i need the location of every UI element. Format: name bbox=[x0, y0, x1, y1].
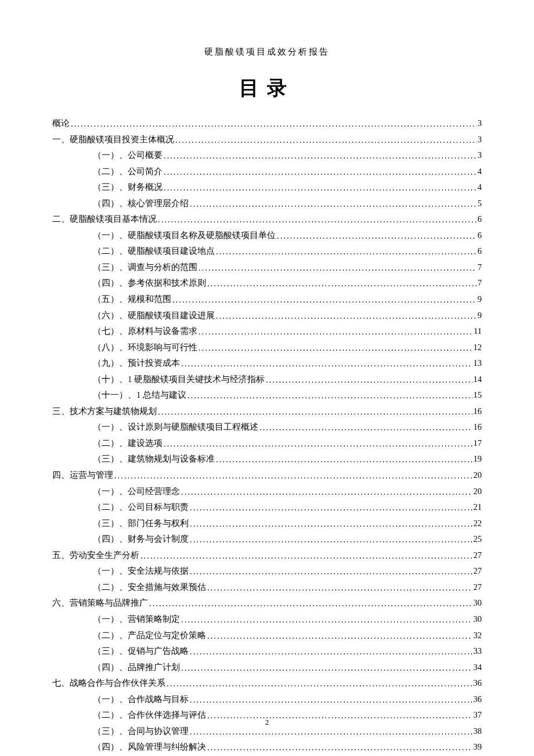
toc-entry[interactable]: （四）、参考依据和技术原则7 bbox=[52, 275, 482, 291]
toc-entry-title: （三）、部门任务与权利 bbox=[93, 516, 189, 532]
toc-entry[interactable]: （四）、风险管理与纠纷解决39 bbox=[52, 739, 482, 755]
toc-entry-page: 7 bbox=[478, 275, 482, 291]
toc-leader-dots bbox=[164, 436, 472, 452]
toc-entry-title: （四）、参考依据和技术原则 bbox=[93, 275, 206, 291]
toc-entry[interactable]: （一）、公司经营理念20 bbox=[52, 484, 482, 500]
toc-entry[interactable]: （四）、核心管理层介绍5 bbox=[52, 196, 482, 212]
toc-entry-page: 17 bbox=[474, 435, 482, 452]
toc-entry[interactable]: （一）、硬脂酸镁项目名称及硬脂酸镁项目单位6 bbox=[52, 228, 482, 244]
toc-entry[interactable]: 四、运营与管理20 bbox=[52, 467, 482, 484]
toc-leader-dots bbox=[277, 228, 477, 244]
toc-entry-title: （五）、规模和范围 bbox=[93, 291, 171, 308]
toc-entry-page: 27 bbox=[474, 579, 482, 596]
toc-entry-page: 3 bbox=[478, 147, 482, 164]
toc-entry-page: 3 bbox=[478, 132, 482, 148]
toc-entry-title: （二）、安全措施与效果预估 bbox=[93, 579, 206, 596]
toc-entry-page: 16 bbox=[474, 419, 482, 435]
toc-entry-page: 20 bbox=[474, 467, 482, 484]
toc-entry-page: 25 bbox=[474, 531, 482, 548]
toc-entry[interactable]: 五、劳动安全生产分析27 bbox=[52, 548, 482, 564]
toc-leader-dots bbox=[207, 628, 472, 645]
toc-entry[interactable]: （二）、公司简介4 bbox=[52, 164, 482, 180]
toc-entry-title: 四、运营与管理 bbox=[52, 467, 113, 484]
toc-entry[interactable]: 六、营销策略与品牌推广30 bbox=[52, 595, 482, 611]
toc-entry-page: 14 bbox=[474, 372, 482, 388]
toc-entry[interactable]: （一）、营销策略制定30 bbox=[52, 611, 482, 628]
toc-entry[interactable]: （四）、财务与会计制度25 bbox=[52, 531, 482, 548]
toc-leader-dots bbox=[167, 676, 472, 692]
toc-entry[interactable]: 七、战略合作与合作伙伴关系36 bbox=[52, 675, 482, 692]
toc-entry[interactable]: （三）、建筑物规划与设备标准19 bbox=[52, 451, 482, 467]
toc-entry[interactable]: （四）、品牌推广计划34 bbox=[52, 660, 482, 676]
toc-entry[interactable]: 三、技术方案与建筑物规划16 bbox=[52, 404, 482, 420]
toc-entry-title: （七）、原材料与设备需求 bbox=[93, 323, 197, 340]
toc-leader-dots bbox=[207, 740, 472, 756]
toc-entry-title: （三）、建筑物规划与设备标准 bbox=[93, 451, 215, 467]
toc-entry-page: 5 bbox=[478, 196, 482, 212]
toc-entry[interactable]: 一、硬脂酸镁项目投资主体概况3 bbox=[52, 132, 482, 148]
toc-entry-page: 33 bbox=[474, 643, 482, 660]
toc-leader-dots bbox=[181, 612, 472, 628]
toc-leader-dots bbox=[164, 148, 477, 164]
toc-leader-dots bbox=[199, 324, 472, 340]
toc-entry-title: （十）、1 硬脂酸镁项目关键技术与经济指标 bbox=[93, 372, 265, 388]
toc-entry-title: （三）、调查与分析的范围 bbox=[93, 260, 197, 276]
toc-entry[interactable]: （十一）、1 总结与建议15 bbox=[52, 387, 482, 404]
toc-entry-title: （四）、核心管理层介绍 bbox=[93, 196, 189, 212]
toc-entry-title: 一、硬脂酸镁项目投资主体概况 bbox=[52, 132, 174, 148]
toc-entry-title: （九）、预计投资成本 bbox=[93, 355, 180, 372]
toc-entry[interactable]: （三）、财务概况4 bbox=[52, 179, 482, 196]
toc-entry-page: 11 bbox=[474, 323, 482, 340]
toc-leader-dots bbox=[190, 532, 472, 548]
toc-entry[interactable]: （二）、硬脂酸镁项目建设地点6 bbox=[52, 243, 482, 260]
toc-entry-title: （一）、安全法规与依据 bbox=[93, 563, 189, 579]
toc-entry[interactable]: （二）、产品定位与定价策略32 bbox=[52, 628, 482, 644]
toc-entry[interactable]: （一）、公司概要3 bbox=[52, 147, 482, 164]
toc-leader-dots bbox=[175, 132, 477, 149]
toc-entry[interactable]: （七）、原材料与设备需求11 bbox=[52, 323, 482, 340]
toc-leader-dots bbox=[158, 404, 472, 420]
toc-leader-dots bbox=[164, 180, 477, 196]
toc-entry[interactable]: （八）、环境影响与可行性12 bbox=[52, 340, 482, 356]
toc-entry-page: 6 bbox=[478, 243, 482, 260]
toc-entry[interactable]: 二、硬脂酸镁项目基本情况6 bbox=[52, 211, 482, 228]
toc-entry-title: 五、劳动安全生产分析 bbox=[52, 548, 139, 564]
toc-entry[interactable]: （二）、建设选项17 bbox=[52, 435, 482, 452]
toc-entry-title: 二、硬脂酸镁项目基本情况 bbox=[52, 211, 157, 228]
toc-entry[interactable]: （一）、设计原则与硬脂酸镁项目工程概述16 bbox=[52, 419, 482, 435]
toc-entry-title: （十一）、1 总结与建议 bbox=[93, 387, 186, 404]
toc-entry-page: 15 bbox=[474, 387, 482, 404]
toc-entry-page: 36 bbox=[474, 692, 482, 708]
toc-entry-page: 3 bbox=[478, 116, 482, 132]
toc-entry[interactable]: （三）、调查与分析的范围7 bbox=[52, 260, 482, 276]
toc-entry[interactable]: （三）、促销与广告战略33 bbox=[52, 643, 482, 660]
table-of-contents: 概论3一、硬脂酸镁项目投资主体概况3（一）、公司概要3（二）、公司简介4（三）、… bbox=[52, 116, 482, 756]
toc-entry[interactable]: （六）、硬脂酸镁项目建设进展9 bbox=[52, 308, 482, 324]
toc-entry-page: 9 bbox=[478, 308, 482, 324]
toc-title: 目录 bbox=[52, 75, 482, 102]
toc-leader-dots bbox=[190, 644, 472, 660]
toc-entry[interactable]: （三）、部门任务与权利22 bbox=[52, 516, 482, 532]
toc-leader-dots bbox=[216, 244, 477, 260]
toc-entry-title: （四）、风险管理与纠纷解决 bbox=[93, 739, 206, 755]
toc-entry[interactable]: （一）、合作战略与目标36 bbox=[52, 692, 482, 708]
toc-leader-dots bbox=[181, 356, 472, 372]
toc-entry-page: 36 bbox=[474, 675, 482, 692]
toc-leader-dots bbox=[114, 468, 472, 484]
toc-entry[interactable]: 概论3 bbox=[52, 116, 482, 132]
toc-entry-page: 4 bbox=[478, 164, 482, 180]
toc-entry-title: （一）、合作战略与目标 bbox=[93, 692, 189, 708]
toc-entry-title: （八）、环境影响与可行性 bbox=[93, 340, 197, 356]
toc-leader-dots bbox=[140, 548, 472, 564]
toc-entry-title: （三）、财务概况 bbox=[93, 179, 163, 196]
toc-entry[interactable]: （二）、安全措施与效果预估27 bbox=[52, 579, 482, 596]
toc-leader-dots bbox=[181, 484, 472, 501]
toc-leader-dots bbox=[149, 596, 472, 612]
toc-entry-title: （三）、促销与广告战略 bbox=[93, 643, 189, 660]
toc-entry[interactable]: （九）、预计投资成本13 bbox=[52, 355, 482, 372]
toc-entry[interactable]: （一）、安全法规与依据27 bbox=[52, 563, 482, 579]
toc-entry[interactable]: （二）、公司目标与职责21 bbox=[52, 499, 482, 516]
toc-entry[interactable]: （十）、1 硬脂酸镁项目关键技术与经济指标14 bbox=[52, 372, 482, 388]
toc-entry[interactable]: （五）、规模和范围9 bbox=[52, 291, 482, 308]
toc-entry-title: （一）、公司概要 bbox=[93, 147, 163, 164]
